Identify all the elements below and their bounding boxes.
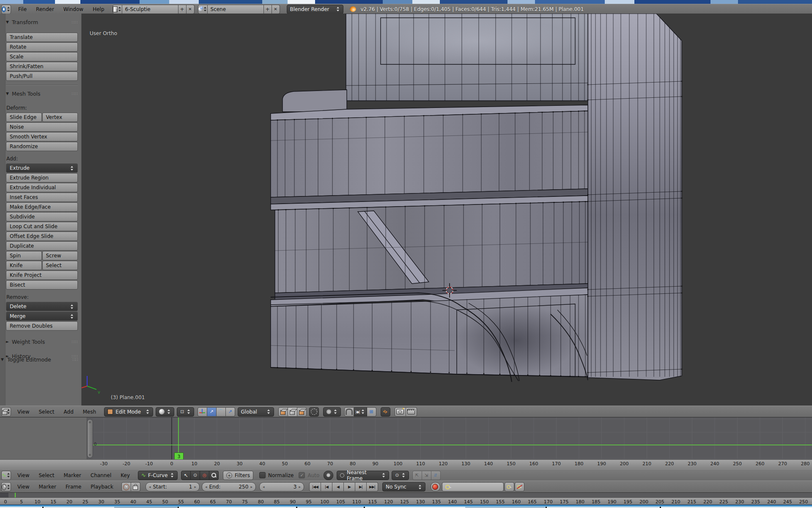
- field-right-arrow-icon[interactable]: ▸: [250, 485, 252, 489]
- add-layout-button[interactable]: +: [178, 5, 187, 14]
- editor-type-graph-button[interactable]: ∿: [1, 471, 11, 480]
- current-frame-field[interactable]: ◂ 3 ▸: [259, 482, 304, 491]
- ghost-curves-button[interactable]: ⊙: [191, 471, 200, 480]
- filters-button[interactable]: + Filters: [223, 471, 253, 480]
- insert-keyframe-button[interactable]: [505, 482, 514, 491]
- menu-select[interactable]: Select: [34, 409, 59, 415]
- tool-push-pull[interactable]: Push/Pull: [6, 72, 78, 81]
- sync-mode-select[interactable]: No Sync: [382, 482, 425, 491]
- scene-icon-button[interactable]: [198, 5, 208, 14]
- tool-spin[interactable]: Spin: [6, 251, 42, 260]
- manipulator-translate-button[interactable]: [198, 407, 207, 417]
- zoom-tool-button[interactable]: [209, 471, 219, 480]
- delete-keyframe-button[interactable]: [515, 482, 524, 491]
- manipulator-scale-button[interactable]: ↗: [226, 407, 235, 417]
- add-scene-button[interactable]: +: [264, 5, 272, 14]
- tool-slide-edge[interactable]: Slide Edge: [6, 113, 42, 122]
- use-preview-range-button[interactable]: [121, 482, 131, 491]
- tweak-tool-button[interactable]: ↖: [181, 471, 191, 480]
- menu-key[interactable]: Key: [116, 472, 134, 478]
- select-mode-face-button[interactable]: [297, 407, 307, 417]
- panel-grip-icon[interactable]: ∷∷: [71, 91, 78, 96]
- tool-select[interactable]: Select: [42, 261, 78, 270]
- manipulator-rotate-button[interactable]: ↗: [207, 407, 217, 417]
- editor-type-3dview-button[interactable]: [1, 407, 11, 417]
- tool-knife-project[interactable]: Knife Project: [6, 271, 78, 280]
- prev-keyframe-button[interactable]: |◀: [321, 482, 332, 491]
- menu-playback[interactable]: Playback: [86, 484, 118, 490]
- limit-selection-visible-button[interactable]: [309, 407, 319, 417]
- graph-pivot-select[interactable]: ⊙: [392, 471, 409, 480]
- keying-set-field[interactable]: [442, 482, 504, 491]
- end-frame-field[interactable]: ◂ End: 250 ▸: [202, 482, 256, 491]
- menu-view[interactable]: View: [13, 484, 34, 490]
- snap-toggle-button[interactable]: [344, 407, 354, 417]
- tool-subdivide[interactable]: Subdivide: [6, 212, 78, 221]
- tool-remove-doubles[interactable]: Remove Doubles: [6, 321, 78, 331]
- scene-field[interactable]: Scene: [208, 5, 264, 14]
- tool-shelf-tabs[interactable]: [0, 14, 5, 406]
- ghost-frame-button[interactable]: [324, 471, 333, 480]
- paste-keyframes-button[interactable]: ⇲: [422, 471, 431, 480]
- field-right-arrow-icon[interactable]: ▸: [194, 485, 196, 489]
- tool-make-edge-face[interactable]: Make Edge/Face: [6, 202, 78, 212]
- viewport-shading-select[interactable]: [156, 407, 174, 417]
- mode-select[interactable]: Edit Mode: [104, 407, 153, 417]
- snap-element-select[interactable]: |◆|: [354, 407, 367, 417]
- auto-checkbox[interactable]: ✓: [299, 472, 305, 478]
- field-left-arrow-icon[interactable]: ◂: [149, 485, 151, 489]
- menu-view[interactable]: View: [13, 472, 34, 478]
- tool-extrude-region[interactable]: Extrude Region: [6, 173, 78, 182]
- play-reverse-button[interactable]: ◀: [332, 482, 344, 491]
- select-mode-edge-button[interactable]: [288, 407, 297, 417]
- tool-shrink-fatten[interactable]: Shrink/Fatten: [6, 62, 78, 71]
- graph-editor-main[interactable]: 0 3: [0, 417, 812, 460]
- menu-select[interactable]: Select: [34, 472, 59, 478]
- graph-editor-ruler[interactable]: -30-20-100102030405060708090100110120130…: [0, 459, 812, 469]
- render-engine-select[interactable]: Blender Render: [287, 5, 343, 14]
- select-mode-vertex-button[interactable]: [278, 407, 288, 417]
- screen-layout-icon-button[interactable]: [112, 5, 122, 14]
- field-left-arrow-icon[interactable]: ◂: [205, 485, 207, 489]
- tool-rotate[interactable]: Rotate: [6, 42, 78, 52]
- tool-extrude-individual[interactable]: Extrude Individual: [6, 183, 78, 192]
- menu-add[interactable]: Add: [59, 409, 78, 415]
- operator-redo-panel[interactable]: ▼ Toggle Editmode ∷∷: [0, 355, 81, 364]
- proportional-edit-select[interactable]: [323, 407, 341, 417]
- panel-header-mesh-tools[interactable]: ▼ Mesh Tools ∷∷: [6, 89, 78, 98]
- tool-knife[interactable]: Knife: [6, 261, 42, 270]
- paste-flipped-button[interactable]: ⇵: [431, 471, 441, 480]
- tool-screw[interactable]: Screw: [42, 251, 78, 260]
- tool-smooth-vertex[interactable]: Smooth Vertex: [6, 132, 78, 141]
- tool-bisect[interactable]: Bisect: [6, 280, 78, 290]
- menu-frame[interactable]: Frame: [61, 484, 86, 490]
- jump-to-end-button[interactable]: ▶▶|: [367, 482, 378, 491]
- menu-channel[interactable]: Channel: [86, 472, 116, 478]
- tool-loop-cut-and-slide[interactable]: Loop Cut and Slide: [6, 222, 78, 231]
- panel-header-weight-tools[interactable]: ►Weight Tools∷∷: [6, 337, 78, 346]
- snap-frame-select[interactable]: Nearest Frame: [337, 471, 389, 480]
- tool-noise[interactable]: Noise: [6, 122, 78, 132]
- tool-merge[interactable]: Merge: [6, 312, 78, 321]
- normalize-checkbox[interactable]: [259, 472, 266, 478]
- editor-type-info-button[interactable]: i: [1, 5, 11, 14]
- menu-marker[interactable]: Marker: [34, 484, 60, 490]
- menu-view[interactable]: View: [13, 409, 34, 415]
- extrude-menu[interactable]: Extrude: [6, 163, 78, 173]
- pivot-center-select[interactable]: ⊡: [177, 407, 194, 417]
- close-layout-button[interactable]: ✕: [187, 5, 195, 14]
- field-left-arrow-icon[interactable]: ◂: [263, 485, 265, 489]
- menu-help[interactable]: Help: [88, 6, 109, 12]
- tool-inset-faces[interactable]: Inset Faces: [6, 193, 78, 202]
- next-keyframe-button[interactable]: ▶|: [355, 482, 367, 491]
- timeline-ruler[interactable]: 0510152025303540455055606570758085909510…: [0, 497, 812, 505]
- tool-vertex[interactable]: Vertex: [42, 113, 78, 122]
- tool-offset-edge-slide[interactable]: Offset Edge Slide: [6, 232, 78, 241]
- snap-target-button[interactable]: ⊞: [367, 407, 376, 417]
- copy-keyframes-button[interactable]: ⇱: [412, 471, 422, 480]
- menu-file[interactable]: File: [14, 6, 31, 12]
- opengl-render-still-button[interactable]: [395, 407, 406, 417]
- lock-time-button[interactable]: [131, 482, 140, 491]
- auto-keyframe-button[interactable]: [431, 482, 440, 491]
- tool-delete[interactable]: Delete: [6, 302, 78, 311]
